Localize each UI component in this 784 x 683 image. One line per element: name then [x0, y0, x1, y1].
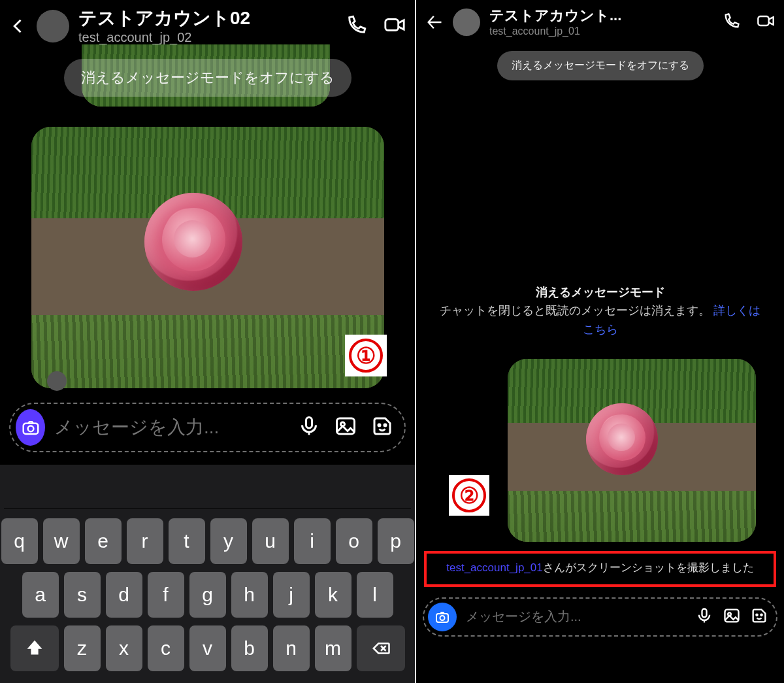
- annotation-badge-2: ②: [449, 475, 489, 516]
- notice-text: さんがスクリーンショットを撮影しました: [543, 561, 754, 574]
- svg-point-14: [756, 614, 757, 616]
- camera-button[interactable]: [16, 409, 45, 446]
- contact-name-block[interactable]: テストアカウント... test_account_jp_01: [489, 7, 713, 38]
- message-input[interactable]: [466, 609, 686, 624]
- key-h[interactable]: h: [231, 572, 268, 618]
- key-d[interactable]: d: [106, 572, 142, 618]
- key-l[interactable]: l: [357, 572, 393, 618]
- key-s[interactable]: s: [64, 572, 101, 618]
- voice-message-button[interactable]: [695, 607, 713, 627]
- key-a[interactable]: a: [22, 572, 59, 618]
- key-z[interactable]: z: [64, 625, 101, 671]
- svg-point-15: [760, 614, 762, 616]
- gallery-button[interactable]: [723, 607, 741, 627]
- video-icon: [757, 12, 775, 30]
- annotation-badge-1: ①: [345, 335, 387, 376]
- svg-point-10: [440, 616, 445, 620]
- sticker-icon: [750, 607, 768, 625]
- video-call-button[interactable]: [757, 12, 775, 33]
- svg-rect-3: [306, 418, 312, 429]
- backspace-key[interactable]: [357, 625, 405, 671]
- image-icon: [723, 607, 741, 625]
- svg-rect-4: [337, 418, 355, 434]
- screenshot-notice: test_account_jp_01さんがスクリーンショットを撮影しました: [424, 551, 776, 587]
- phone-screen-left: テストアカウント02 test_account_jp_02 消えるメッセージモー…: [0, 0, 415, 683]
- key-f[interactable]: f: [148, 572, 184, 618]
- contact-handle: test_account_jp_02: [78, 29, 336, 46]
- key-y[interactable]: y: [210, 518, 247, 564]
- shift-key[interactable]: [10, 625, 59, 671]
- key-m[interactable]: m: [315, 625, 351, 671]
- key-c[interactable]: c: [148, 625, 184, 671]
- sticker-button[interactable]: [750, 607, 768, 627]
- key-e[interactable]: e: [85, 518, 122, 564]
- key-j[interactable]: j: [273, 572, 310, 618]
- message-composer: [9, 403, 406, 452]
- contact-avatar[interactable]: [453, 8, 480, 36]
- back-button[interactable]: [425, 13, 444, 31]
- chevron-left-icon: [9, 17, 27, 35]
- arrow-left-icon: [425, 13, 444, 31]
- sticker-button[interactable]: [370, 414, 394, 441]
- key-w[interactable]: w: [43, 518, 80, 564]
- key-x[interactable]: x: [106, 625, 142, 671]
- svg-rect-9: [436, 614, 448, 622]
- vanish-mode-info: 消えるメッセージモード チャットを閉じると既読のメッセージは消えます。 詳しくは…: [436, 283, 764, 339]
- svg-rect-11: [702, 608, 707, 617]
- key-o[interactable]: o: [336, 518, 372, 564]
- contact-avatar[interactable]: [37, 10, 69, 42]
- shift-icon: [25, 639, 44, 658]
- message-composer: [423, 597, 777, 637]
- notice-username: test_account_jp_01: [446, 561, 542, 574]
- camera-button[interactable]: [428, 603, 457, 631]
- vanish-mode-title: 消えるメッセージモード: [436, 283, 764, 302]
- vanish-mode-off-pill[interactable]: 消えるメッセージモードをオフにする: [497, 51, 704, 80]
- message-input[interactable]: [54, 417, 288, 438]
- svg-point-2: [27, 426, 33, 432]
- key-n[interactable]: n: [273, 625, 310, 671]
- svg-rect-0: [385, 20, 399, 31]
- keyboard[interactable]: qwertyuiopasdfghjklzxcvbnm: [0, 465, 415, 683]
- key-t[interactable]: t: [169, 518, 205, 564]
- phone-icon: [346, 14, 368, 36]
- video-icon: [384, 14, 406, 36]
- svg-rect-1: [23, 424, 38, 434]
- gallery-button[interactable]: [334, 414, 357, 441]
- key-b[interactable]: b: [231, 625, 268, 671]
- svg-point-7: [384, 424, 386, 426]
- camera-icon: [434, 609, 450, 625]
- key-k[interactable]: k: [315, 572, 351, 618]
- video-call-button[interactable]: [384, 14, 406, 39]
- back-button[interactable]: [9, 17, 27, 35]
- svg-point-6: [378, 424, 380, 426]
- camera-icon: [21, 418, 41, 437]
- key-u[interactable]: u: [252, 518, 289, 564]
- key-q[interactable]: q: [1, 518, 38, 564]
- key-p[interactable]: p: [378, 518, 414, 564]
- backspace-icon: [371, 639, 391, 658]
- key-i[interactable]: i: [294, 518, 331, 564]
- voice-call-button[interactable]: [346, 14, 368, 39]
- voice-message-button[interactable]: [297, 414, 321, 441]
- svg-rect-8: [758, 16, 768, 25]
- sent-image-bubble[interactable]: ②: [508, 359, 756, 542]
- message-image-bubble[interactable]: ①: [31, 127, 384, 388]
- mic-icon: [297, 414, 321, 438]
- voice-call-button[interactable]: [723, 12, 741, 33]
- sticker-icon: [370, 414, 394, 438]
- contact-display-name: テストアカウント02: [78, 7, 336, 29]
- vanish-mode-off-pill[interactable]: 消えるメッセージモードをオフにする: [64, 59, 351, 97]
- chat-header: テストアカウント... test_account_jp_01: [416, 0, 784, 44]
- contact-display-name: テストアカウント...: [489, 7, 713, 25]
- contact-name-block[interactable]: テストアカウント02 test_account_jp_02: [78, 7, 336, 46]
- seen-indicator-avatar: [47, 371, 67, 391]
- key-r[interactable]: r: [127, 518, 163, 564]
- image-icon: [334, 414, 357, 438]
- contact-handle: test_account_jp_01: [489, 25, 713, 38]
- phone-icon: [723, 12, 741, 30]
- key-g[interactable]: g: [189, 572, 226, 618]
- key-v[interactable]: v: [189, 625, 226, 671]
- phone-screen-right: テストアカウント... test_account_jp_01 消えるメッセージモ…: [415, 0, 784, 683]
- vanish-mode-body: チャットを閉じると既読のメッセージは消えます。: [440, 304, 710, 317]
- svg-rect-12: [725, 610, 739, 622]
